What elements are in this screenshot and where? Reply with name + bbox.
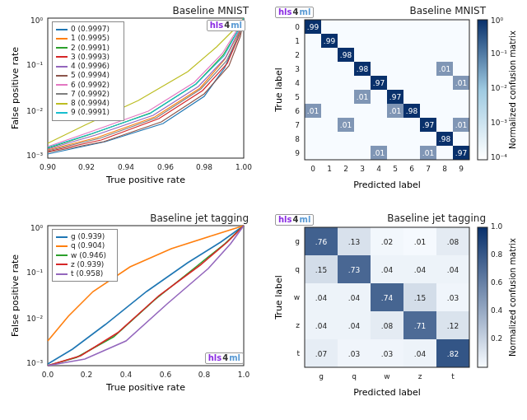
cm-cell-value: .01 <box>455 79 467 87</box>
cm-xtick: w <box>384 372 389 380</box>
svg-rect-30 <box>478 227 487 367</box>
svg-text:10⁻³: 10⁻³ <box>26 359 43 367</box>
cm-cell-value: .82 <box>447 350 459 358</box>
svg-text:0.98: 0.98 <box>196 163 212 171</box>
legend-item: 0 (0.9997) <box>56 25 120 34</box>
roc-mnist-ylabel: False positive rate <box>10 47 21 129</box>
cm-cell <box>436 34 453 48</box>
cm-cell <box>305 62 321 76</box>
cm-cell-value: .03 <box>348 350 360 358</box>
svg-text:1.0: 1.0 <box>238 371 250 379</box>
roc-jet-legend: g (0.939)q (0.904)w (0.946)z (0.939)t (0… <box>52 229 118 282</box>
cm-cell <box>371 132 387 146</box>
legend-item: 7 (0.9992) <box>56 90 120 99</box>
cm-ytick: 1 <box>295 37 300 45</box>
legend-item: 6 (0.9992) <box>56 81 120 90</box>
legend-swatch <box>56 103 68 105</box>
hls4ml-watermark: hls4ml <box>207 20 245 31</box>
svg-text:0.4: 0.4 <box>120 371 133 379</box>
cm-cell <box>453 34 469 48</box>
cm-cell-value: .03 <box>381 350 393 358</box>
cm-cell-value: .01 <box>455 121 467 129</box>
roc-jet-xlabel: True positive rate <box>105 382 185 393</box>
cm-cell <box>403 76 420 90</box>
cm-cell-value: .99 <box>307 23 319 31</box>
cm-cell <box>321 76 338 90</box>
cm-ytick: 9 <box>295 149 300 157</box>
svg-text:0.6: 0.6 <box>491 278 503 287</box>
cm-cell-value: .97 <box>389 93 401 101</box>
cm-cell-value: .13 <box>348 238 360 246</box>
cm-cell <box>436 90 453 104</box>
cm-cell-value: .04 <box>414 350 427 358</box>
cm-mnist-panel: hls4ml Baseline MNIST .99.99.98.98.01.97… <box>272 3 519 193</box>
cm-xtick: 9 <box>459 165 464 173</box>
cm-ytick: 5 <box>295 93 300 101</box>
legend-item: 2 (0.9991) <box>56 44 120 53</box>
cm-xtick: 5 <box>393 165 398 173</box>
cm-cell <box>321 118 338 132</box>
cm-cell-value: .01 <box>307 107 319 115</box>
cm-cell <box>371 90 387 104</box>
cm-xtick: 8 <box>442 165 447 173</box>
cm-cell <box>453 104 469 118</box>
cm-xtick: 0 <box>310 165 315 173</box>
cm-cell <box>338 146 354 160</box>
legend-item: z (0.939) <box>56 260 114 269</box>
cm-jet-title: Baseline jet tagging <box>387 212 486 224</box>
cm-cell <box>387 76 403 90</box>
cm-cell <box>371 104 387 118</box>
legend-label: 4 (0.9996) <box>71 62 110 71</box>
cm-cell-value: .04 <box>315 294 328 302</box>
cm-cell-value: .99 <box>324 37 336 45</box>
svg-text:10⁻²: 10⁻² <box>26 107 43 115</box>
cm-cell <box>321 62 338 76</box>
cm-cell <box>420 20 436 34</box>
cm-cell-value: .01 <box>340 121 352 129</box>
cm-cell <box>371 34 387 48</box>
cm-ytick: 4 <box>295 79 300 87</box>
legend-label: 3 (0.9993) <box>71 53 110 62</box>
legend-label: g (0.939) <box>71 232 105 241</box>
cm-cell <box>420 104 436 118</box>
cm-cell <box>403 118 420 132</box>
cm-cell <box>354 132 371 146</box>
cm-cell <box>338 20 354 34</box>
svg-text:10⁻³: 10⁻³ <box>491 119 507 127</box>
cbar-ticks: 1.0 0.8 0.6 0.4 0.2 <box>491 222 503 343</box>
cm-cell-value: .98 <box>439 135 451 143</box>
roc-mnist-plot: 0.90 0.92 0.94 0.96 0.98 1.00 10⁻³ 10⁻² … <box>7 3 254 193</box>
cm-cell <box>305 90 321 104</box>
cm-cell <box>305 34 321 48</box>
legend-item: 3 (0.9993) <box>56 53 120 62</box>
legend-label: 5 (0.9994) <box>71 71 110 80</box>
svg-text:0.94: 0.94 <box>118 163 134 171</box>
cm-cell-value: .98 <box>406 107 418 115</box>
roc-mnist-xlabel: True positive rate <box>105 175 185 185</box>
cm-cell <box>305 132 321 146</box>
cm-ytick: 7 <box>295 121 300 129</box>
legend-item: q (0.904) <box>56 241 114 250</box>
svg-text:0.8: 0.8 <box>491 250 503 259</box>
cm-ytick: z <box>296 321 300 329</box>
legend-label: 7 (0.9992) <box>71 90 110 99</box>
roc-jet-title: Baseline jet tagging <box>150 212 249 224</box>
legend-swatch <box>56 47 68 49</box>
x-ticks: 0.0 0.2 0.4 0.6 0.8 1.0 <box>42 371 250 379</box>
cm-cell-value: .08 <box>447 238 459 246</box>
cm-cell-value: .73 <box>348 266 360 274</box>
cm-ytick: q <box>295 265 300 273</box>
legend-item: w (0.946) <box>56 251 114 260</box>
cm-xtick: z <box>418 372 422 380</box>
legend-label: 9 (0.9991) <box>71 108 110 117</box>
cm-cell-value: .04 <box>315 322 328 330</box>
cm-cell <box>387 34 403 48</box>
svg-text:1.0: 1.0 <box>491 222 503 231</box>
svg-text:10⁰: 10⁰ <box>30 16 43 25</box>
cm-jet-cbar-label: Normalized confusion matrix <box>508 238 517 357</box>
cm-cell <box>371 62 387 76</box>
legend-swatch <box>56 29 68 30</box>
cm-cell <box>305 76 321 90</box>
legend-swatch <box>56 236 68 238</box>
cm-cell-value: .71 <box>414 322 426 330</box>
